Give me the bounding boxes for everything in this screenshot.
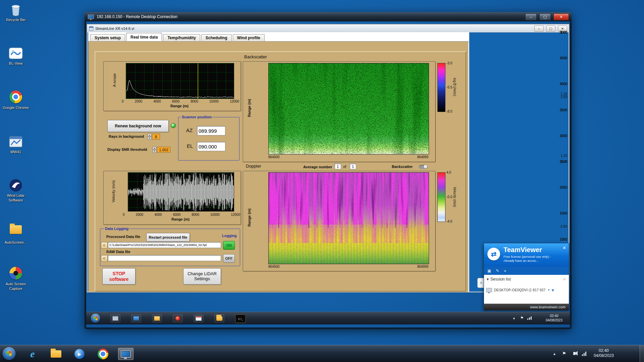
tab-scheduling[interactable]: Scheduling [201,34,232,41]
desktop-icon-bl-view[interactable]: BL-View [2,46,30,66]
minimize-button[interactable]: – [534,25,544,32]
rdp-window: 192.168.0.150 - Remote Desktop Connectio… [85,12,572,329]
show-desktop-button[interactable] [640,345,644,362]
a-scope-plot[interactable] [126,63,234,99]
tick-label: -0.0 [446,195,452,199]
maximize-button[interactable]: ▢ [539,13,551,20]
doppler-colorbar-label: Velocity (m/s) [453,182,457,212]
remote-taskbar-app-6-icon[interactable] [214,314,224,322]
tab-system-setup[interactable]: System setup [90,34,125,41]
chrome-taskbar-icon[interactable] [97,348,109,360]
remote-desktop-icon [121,350,131,358]
teamviewer-subtitle: Free license (personal use only) - Alrea… [503,255,554,263]
rdp-titlebar[interactable]: 192.168.0.150 - Remote Desktop Connectio… [85,12,572,21]
action-center-flag-icon[interactable]: ⚑ [562,351,566,356]
edit-icon[interactable]: ✎ [496,268,499,273]
tab-real-time-data[interactable]: Real time data [126,33,162,41]
desktop-icon-wind-lidar[interactable]: Wind Lidar Software [2,178,30,203]
raw-path-field[interactable] [108,255,221,261]
media-player-icon[interactable]: ▶ [73,348,86,360]
processed-data-file-label: Processed Data file [106,235,141,239]
maximize-button[interactable]: ▢ [546,25,555,32]
remote-flag-icon[interactable]: ⚑ [520,316,524,320]
average-total-value[interactable]: 1 [350,164,356,169]
session-list-header[interactable]: ▾ Session list [487,277,511,282]
minimize-button[interactable]: – [525,13,537,20]
copy-icon[interactable]: ▣ [487,268,491,273]
session-entry[interactable]: DESKTOP-OE0QDVI (1 817 937 ▼ [486,286,568,294]
remote-desktop-taskbar-button[interactable] [118,348,133,360]
remote-desktop-icon [88,14,94,19]
raw-path-browse-icon[interactable]: C [101,255,108,262]
snr-threshold-value[interactable]: 1.002 [157,147,170,153]
backscatter-noise-overlay [269,63,429,154]
tab-wind-profile[interactable]: Wind profile [233,34,265,41]
dropdown-icon[interactable]: ▼ [547,289,550,292]
stop-software-button[interactable]: STOP software [102,268,136,285]
teamviewer-website-link[interactable]: www.teamviewer.com [530,305,566,309]
el-value[interactable]: 090.000 [197,142,225,151]
host-taskbar: e ▶ ▲ ⚑ 02:40 04/08/2023 [0,345,644,362]
change-lidar-settings-button[interactable]: Change LiDAR Settings [183,268,221,285]
folder-icon [10,225,22,234]
a-scope-chart [126,63,234,99]
tray-expand-icon[interactable]: ▲ [553,352,556,356]
tick-label: -3.0 [446,61,452,65]
backscatter-toggle[interactable] [419,165,428,169]
remote-clock[interactable]: 02:40 04/08/2023 [546,314,562,322]
restart-processed-file-button[interactable]: Restart processed file [146,233,190,242]
host-date: 04/08/2023 [594,353,614,358]
tick-label: 10000 [210,213,220,217]
remote-taskbar-app-2-icon[interactable] [131,314,141,322]
close-icon[interactable]: ✕ [562,245,566,250]
volume-icon[interactable] [573,352,576,355]
desktop-icon-autoscreen-folder[interactable]: AutoScreen... [2,223,30,245]
az-value[interactable]: 089.999 [197,126,225,135]
renew-background-button[interactable]: Renew background now [107,120,169,132]
tick-label: 864999 [417,155,428,159]
remote-start-button[interactable] [91,314,100,323]
tick-label: 4000 [560,82,567,86]
rays-spinner[interactable]: ▲▼ [148,134,151,139]
connect-cursor-icon[interactable] [551,288,555,292]
close-button[interactable]: ✕ [553,13,569,20]
processed-path-field[interactable]: C:\Lidar\Data\Proc\2023\202308\20230804\… [108,242,221,248]
processed-logging-on-button[interactable]: ON [223,241,235,250]
remote-taskbar-app-3-icon[interactable] [152,314,162,322]
snr-spinner[interactable]: ▲▼ [153,147,156,153]
gear-icon[interactable]: ☼ [562,277,566,281]
tick-label: 5.00 [561,31,567,34]
tick-label: 3000 [560,134,567,137]
clock[interactable]: 02:40 04/08/2023 [594,348,614,358]
remote-taskbar-app-4-icon[interactable] [173,314,183,322]
tab-temp-humidity[interactable]: Temp/humidity [163,34,200,41]
network-icon[interactable] [582,352,586,356]
remote-taskbar-app-5-icon[interactable] [194,314,204,322]
desktop-icon-mw41[interactable]: MW41 [2,135,30,155]
start-button[interactable] [3,347,15,360]
doppler-y-axis-label: Range (m) [247,206,251,229]
desktop-icon-google-chrome[interactable]: Google Chrome [2,90,30,110]
backscatter-heatmap[interactable] [268,63,429,155]
tick-label: 2000 [136,213,143,217]
velocity-plot[interactable] [128,172,234,212]
tick-label: 0 [123,213,125,217]
teamviewer-logo-icon: ⇄ [487,248,500,260]
desktop-icon-label: MW41 [2,150,30,155]
remote-taskbar-cmd-icon[interactable]: C:\_ [235,314,246,323]
doppler-heatmap[interactable] [268,172,429,264]
remote-tray-expand-icon[interactable]: ▲ [513,316,516,320]
streamline-titlebar[interactable]: StreamLine XR v14-6.vi – ▢ ✕ [88,25,569,33]
remote-network-icon[interactable] [527,316,532,320]
average-number-value[interactable]: 1 [334,164,341,169]
processed-path-browse-icon[interactable]: C [101,242,108,249]
remote-taskbar-app-1-icon[interactable] [110,314,120,322]
collapse-icon[interactable]: « [504,268,506,273]
desktop-icon-auto-screen-capture[interactable]: Auto Screen Capture [2,266,30,291]
teamviewer-collapse-tab[interactable]: > [477,278,484,288]
raw-logging-off-button[interactable]: OFF [223,254,235,263]
internet-explorer-icon[interactable]: e [26,348,39,360]
desktop-icon-recycle-bin[interactable]: Recycle Bin [2,3,30,22]
rays-in-background-value[interactable]: 8 [152,134,160,139]
file-explorer-icon[interactable] [50,348,62,360]
